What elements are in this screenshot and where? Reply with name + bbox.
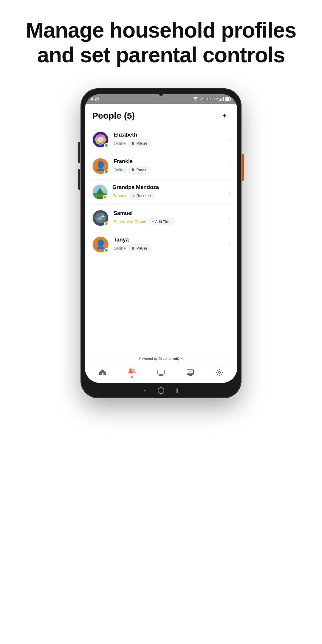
status-label: Online: [114, 168, 126, 172]
paused-status-dot: [103, 195, 107, 199]
home-icon: [98, 368, 107, 377]
svg-point-30: [133, 369, 135, 371]
pause-icon: ⏸: [131, 141, 135, 145]
nav-item-settings[interactable]: [215, 368, 224, 377]
svg-point-29: [129, 369, 132, 371]
chevron-right-icon: ›: [228, 215, 230, 221]
svg-rect-2: [222, 98, 222, 101]
page-wrapper: Manage household profiles and set parent…: [0, 0, 322, 644]
active-nav-dot: [131, 376, 133, 378]
gesture-bar: ‹ |||: [144, 383, 178, 398]
list-item[interactable]: 👤 Tanya Online ⏸ Pause: [85, 231, 237, 258]
satellite-avatar-icon: [95, 213, 106, 223]
person-status-row: Online ⏸ Pause: [114, 166, 226, 174]
wifi-icon: [193, 97, 198, 101]
page-headline: Manage household profiles and set parent…: [0, 18, 322, 67]
recents-gesture[interactable]: |||: [176, 388, 178, 393]
phone-screen: 4:23 VoLTE LTE2: [85, 94, 237, 383]
pause-icon: ⏸: [131, 168, 135, 172]
settings-icon: [215, 368, 224, 377]
person-status-row: Online ⏸ Pause: [114, 244, 226, 252]
status-label: Online: [114, 246, 126, 251]
person-status-row: Paused ▷ Resume: [112, 192, 226, 199]
devices-icon: [157, 368, 165, 377]
bottom-nav: [85, 363, 237, 383]
person-name: Samuel: [114, 210, 226, 216]
person-info: Elizabeth Online ⏸ Pause: [114, 132, 226, 147]
volte-indicator: VoLTE: [199, 97, 209, 101]
people-list: Elizabeth Online ⏸ Pause ›: [85, 126, 237, 354]
pause-label: Pause: [136, 168, 147, 172]
nav-item-home[interactable]: [98, 368, 107, 377]
chevron-right-icon: ›: [228, 189, 230, 195]
bottom-nav-wrapper: Powered by ExperienceIQ™: [85, 354, 237, 383]
svg-rect-32: [158, 370, 164, 374]
person-status-row: Online ⏸ Pause: [114, 140, 226, 147]
list-item[interactable]: Grandpa Mendoza Paused ▷ Resume ›: [85, 179, 237, 205]
person-name: Frankie: [114, 158, 226, 165]
avatar-wrapper: 👤: [92, 158, 109, 174]
svg-rect-0: [219, 100, 220, 101]
svg-point-24: [102, 188, 104, 190]
phone-frame: 4:23 VoLTE LTE2: [80, 88, 242, 398]
svg-rect-3: [223, 97, 224, 101]
people-icon: [128, 367, 136, 375]
scheduled-status-dot: [104, 222, 108, 226]
signal-icon: [219, 97, 224, 101]
online-status-dot: [104, 143, 108, 147]
add-person-button[interactable]: +: [219, 110, 230, 121]
pause-icon: ⏸: [131, 246, 135, 250]
svg-rect-33: [160, 374, 162, 375]
back-gesture[interactable]: ‹: [144, 387, 146, 394]
pause-button[interactable]: ⏸ Pause: [128, 166, 151, 174]
list-item[interactable]: 👤 Frankie Online ⏸ Pause: [85, 153, 237, 179]
svg-rect-6: [230, 98, 231, 100]
person-info: Samuel Scheduled Pause + Add Time: [114, 210, 226, 225]
resume-button[interactable]: ▷ Resume: [129, 192, 154, 199]
person-status-row: Scheduled Pause + Add Time: [114, 218, 226, 225]
list-item[interactable]: Samuel Scheduled Pause + Add Time ›: [85, 205, 237, 231]
avatar-wrapper: [92, 184, 108, 200]
resume-label: Resume: [136, 193, 151, 198]
screen-icon: [186, 368, 194, 377]
svg-rect-5: [226, 98, 229, 100]
app-header: People (5) +: [85, 104, 237, 126]
svg-rect-34: [159, 375, 163, 376]
status-time: 4:23: [91, 97, 99, 101]
home-gesture[interactable]: [158, 387, 164, 394]
nav-item-screen[interactable]: [186, 368, 194, 377]
person-avatar-icon: 👤: [95, 239, 106, 250]
person-info: Frankie Online ⏸ Pause: [114, 158, 226, 174]
camera-notch: [159, 92, 163, 96]
status-label: Scheduled Pause: [114, 219, 146, 224]
person-name: Elizabeth: [114, 132, 226, 138]
powered-by-brand: ExperienceIQ™: [159, 357, 183, 360]
app-content: People (5) +: [85, 104, 237, 383]
page-title: People (5): [92, 111, 135, 121]
powered-by-prefix: Powered by: [139, 357, 159, 360]
person-info: Grandpa Mendoza Paused ▷ Resume: [112, 184, 226, 199]
chevron-right-icon: ›: [228, 163, 230, 169]
online-status-dot: [104, 170, 108, 174]
chevron-right-icon: ›: [228, 242, 230, 247]
person-name: Grandpa Mendoza: [112, 184, 226, 191]
nav-item-devices[interactable]: [157, 368, 165, 377]
status-icons: VoLTE LTE2: [193, 97, 231, 101]
status-label: Paused: [112, 193, 126, 198]
avatar-wrapper: [92, 131, 109, 148]
pause-button[interactable]: ⏸ Pause: [128, 244, 151, 252]
chevron-right-icon: ›: [228, 137, 230, 142]
lte-indicator: LTE2: [210, 97, 218, 101]
avatar-wrapper: 👤: [92, 236, 109, 253]
pause-label: Pause: [136, 246, 147, 250]
person-avatar-icon: 👤: [95, 161, 106, 171]
pause-button[interactable]: ⏸ Pause: [128, 140, 151, 147]
nav-item-people[interactable]: [128, 367, 136, 378]
add-time-button[interactable]: + Add Time: [149, 218, 175, 225]
svg-point-41: [219, 371, 221, 373]
person-info: Tanya Online ⏸ Pause: [114, 237, 226, 252]
status-label: Online: [114, 141, 126, 146]
list-item[interactable]: Elizabeth Online ⏸ Pause ›: [85, 126, 237, 153]
powered-by: Powered by ExperienceIQ™: [85, 354, 237, 363]
online-status-dot: [104, 248, 108, 252]
